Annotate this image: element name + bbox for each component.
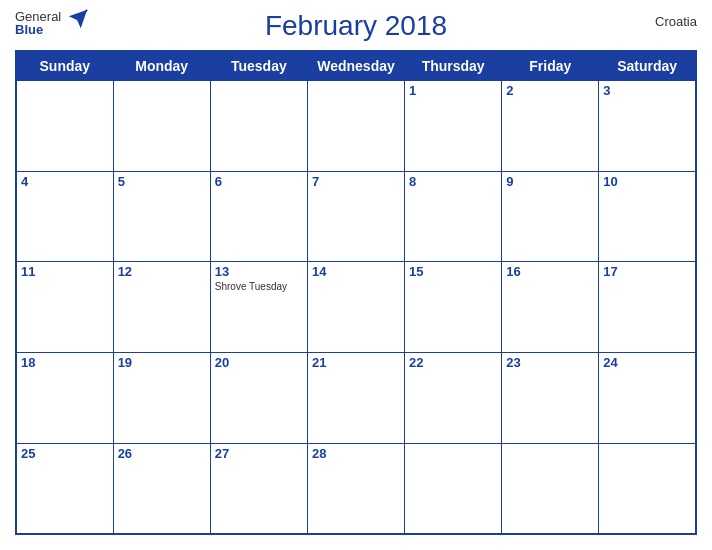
cell-1-3 xyxy=(210,81,307,172)
logo: General Blue xyxy=(15,10,61,36)
calendar-wrapper: General Blue February 2018 Croatia Sunda… xyxy=(0,0,712,550)
cell-1-5: 1 xyxy=(405,81,502,172)
calendar-header: General Blue February 2018 Croatia xyxy=(15,10,697,42)
cell-3-1: 11 xyxy=(16,262,113,353)
cell-2-3: 6 xyxy=(210,171,307,262)
date-number: 2 xyxy=(506,83,594,98)
calendar-body: 12345678910111213Shrove Tuesday141516171… xyxy=(16,81,696,535)
calendar-title: February 2018 xyxy=(265,10,447,42)
date-number: 1 xyxy=(409,83,497,98)
date-number: 17 xyxy=(603,264,691,279)
date-number: 13 xyxy=(215,264,303,279)
cell-4-5: 22 xyxy=(405,353,502,444)
date-number: 9 xyxy=(506,174,594,189)
cell-3-6: 16 xyxy=(502,262,599,353)
date-number: 21 xyxy=(312,355,400,370)
cell-5-1: 25 xyxy=(16,443,113,534)
cell-2-4: 7 xyxy=(307,171,404,262)
event-label: Shrove Tuesday xyxy=(215,281,303,292)
day-headers-row: Sunday Monday Tuesday Wednesday Thursday… xyxy=(16,51,696,81)
cell-4-7: 24 xyxy=(599,353,696,444)
cell-4-3: 20 xyxy=(210,353,307,444)
cell-3-3: 13Shrove Tuesday xyxy=(210,262,307,353)
cell-2-6: 9 xyxy=(502,171,599,262)
cell-1-4 xyxy=(307,81,404,172)
date-number: 14 xyxy=(312,264,400,279)
cell-5-6 xyxy=(502,443,599,534)
date-number: 19 xyxy=(118,355,206,370)
date-number: 12 xyxy=(118,264,206,279)
header-monday: Monday xyxy=(113,51,210,81)
header-friday: Friday xyxy=(502,51,599,81)
country-label: Croatia xyxy=(655,14,697,29)
cell-5-2: 26 xyxy=(113,443,210,534)
cell-3-4: 14 xyxy=(307,262,404,353)
cell-5-5 xyxy=(405,443,502,534)
cell-3-5: 15 xyxy=(405,262,502,353)
cell-5-4: 28 xyxy=(307,443,404,534)
date-number: 27 xyxy=(215,446,303,461)
date-number: 26 xyxy=(118,446,206,461)
cell-4-1: 18 xyxy=(16,353,113,444)
date-number: 7 xyxy=(312,174,400,189)
date-number: 18 xyxy=(21,355,109,370)
calendar-table: Sunday Monday Tuesday Wednesday Thursday… xyxy=(15,50,697,535)
cell-1-2 xyxy=(113,81,210,172)
header-tuesday: Tuesday xyxy=(210,51,307,81)
header-sunday: Sunday xyxy=(16,51,113,81)
date-number: 24 xyxy=(603,355,691,370)
header-saturday: Saturday xyxy=(599,51,696,81)
cell-2-2: 5 xyxy=(113,171,210,262)
cell-2-1: 4 xyxy=(16,171,113,262)
cell-1-7: 3 xyxy=(599,81,696,172)
week-row-1: 123 xyxy=(16,81,696,172)
date-number: 6 xyxy=(215,174,303,189)
date-number: 4 xyxy=(21,174,109,189)
date-number: 8 xyxy=(409,174,497,189)
week-row-2: 45678910 xyxy=(16,171,696,262)
cell-4-2: 19 xyxy=(113,353,210,444)
date-number: 23 xyxy=(506,355,594,370)
cell-5-7 xyxy=(599,443,696,534)
cell-3-2: 12 xyxy=(113,262,210,353)
date-number: 3 xyxy=(603,83,691,98)
cell-4-4: 21 xyxy=(307,353,404,444)
date-number: 16 xyxy=(506,264,594,279)
cell-1-6: 2 xyxy=(502,81,599,172)
logo-bird-icon xyxy=(67,8,89,34)
cell-5-3: 27 xyxy=(210,443,307,534)
date-number: 20 xyxy=(215,355,303,370)
cell-3-7: 17 xyxy=(599,262,696,353)
week-row-4: 18192021222324 xyxy=(16,353,696,444)
cell-2-5: 8 xyxy=(405,171,502,262)
date-number: 25 xyxy=(21,446,109,461)
week-row-5: 25262728 xyxy=(16,443,696,534)
date-number: 15 xyxy=(409,264,497,279)
date-number: 11 xyxy=(21,264,109,279)
week-row-3: 111213Shrove Tuesday14151617 xyxy=(16,262,696,353)
date-number: 10 xyxy=(603,174,691,189)
logo-blue-text: Blue xyxy=(15,23,43,36)
cell-1-1 xyxy=(16,81,113,172)
cell-2-7: 10 xyxy=(599,171,696,262)
date-number: 28 xyxy=(312,446,400,461)
date-number: 5 xyxy=(118,174,206,189)
date-number: 22 xyxy=(409,355,497,370)
header-wednesday: Wednesday xyxy=(307,51,404,81)
cell-4-6: 23 xyxy=(502,353,599,444)
header-thursday: Thursday xyxy=(405,51,502,81)
